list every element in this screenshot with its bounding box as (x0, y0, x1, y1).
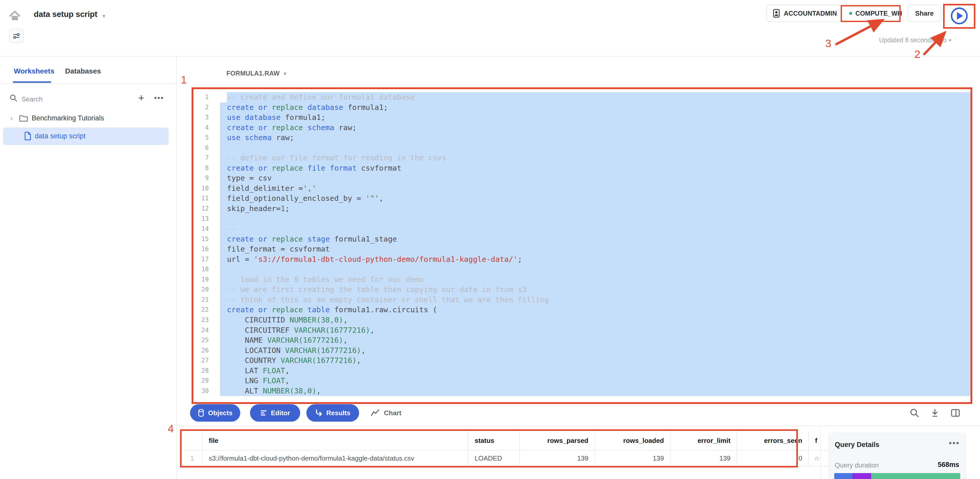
text-lines-icon (260, 409, 267, 417)
tab-databases[interactable]: Databases (65, 67, 101, 75)
code-line-text: -- load in the 8 tables we need for our … (220, 275, 970, 285)
chart-toggle[interactable]: Chart (371, 404, 401, 422)
code-line: 16file_format = csvformat (193, 244, 970, 255)
code-line: 7-- define our file format for reading i… (193, 153, 970, 163)
code-line: 4create or replace schema raw; (193, 123, 970, 133)
column-header (182, 431, 203, 450)
code-line-text: skip_header=1; (220, 204, 970, 214)
line-number: 15 (193, 234, 209, 244)
line-number: 4 (193, 123, 209, 133)
code-line-text: url = 's3://formula1-dbt-cloud-python-de… (220, 255, 970, 264)
code-line: 1-- create and define our formula1 datab… (193, 92, 970, 102)
code-line-text (220, 143, 970, 153)
play-icon (957, 12, 963, 20)
objects-button[interactable]: Objects (190, 404, 240, 422)
code-line: 6 (193, 143, 970, 153)
code-line: 22create or replace table formula1.raw.c… (193, 305, 970, 315)
filter-button[interactable] (9, 29, 24, 43)
table-cell: 139 (671, 450, 737, 466)
context-selector[interactable]: FORMULA1.RAW ▾ (226, 70, 286, 77)
search-results-button[interactable] (909, 407, 920, 419)
line-number: 3 (193, 113, 209, 123)
worksheet-search[interactable]: Search + ••• (0, 92, 177, 108)
sidebar-folder-row[interactable]: › Benchmarking Tutorials (0, 112, 177, 127)
line-number: 25 (193, 335, 209, 345)
share-button[interactable]: Share (908, 5, 941, 22)
code-line: 2create or replace database formula1; (193, 102, 970, 113)
code-line-text: -- (220, 224, 970, 234)
code-line-text: -- think of this as an empty container o… (220, 295, 970, 305)
code-line-text: LNG FLOAT, (220, 376, 970, 386)
line-number: 19 (193, 275, 209, 285)
home-icon[interactable] (9, 10, 21, 22)
results-top-divider (177, 426, 980, 426)
column-header: status (468, 431, 520, 450)
line-number: 28 (193, 366, 209, 376)
split-view-button[interactable] (950, 407, 961, 419)
warehouse-status-dot (849, 12, 852, 15)
line-number: 20 (193, 285, 209, 295)
code-line: 28 LAT FLOAT, (193, 366, 970, 376)
add-worksheet-button[interactable]: + (138, 92, 144, 104)
column-header: errors_seen (737, 431, 809, 450)
warehouse-label: COMPUTE_WH (855, 10, 902, 17)
line-number: 21 (193, 295, 209, 305)
worksheet-file-icon (24, 132, 31, 140)
sql-code-editor[interactable]: 1-- create and define our formula1 datab… (193, 89, 970, 402)
code-line: 19-- load in the 8 tables we need for ou… (193, 275, 970, 285)
role-label: ACCOUNTADMIN (784, 10, 837, 17)
column-header: error_limit (671, 431, 737, 450)
code-line: 29 LNG FLOAT, (193, 376, 970, 386)
sidebar-item-selected-worksheet[interactable]: data setup script (3, 127, 169, 145)
code-line-text: -- create and define our formula1 databa… (220, 92, 970, 102)
warehouse-segment[interactable]: COMPUTE_WH (843, 10, 908, 17)
editor-button[interactable]: Editor (250, 404, 300, 422)
code-line: 10field_delimiter =',' (193, 183, 970, 194)
query-details-more-button[interactable]: ••• (949, 438, 960, 448)
search-input[interactable]: Search (22, 95, 43, 103)
code-line: 14-- (193, 224, 970, 234)
role-segment[interactable]: ACCOUNTADMIN (767, 9, 843, 18)
updated-caret-icon: ▾ (949, 37, 951, 43)
code-line-text: create or replace stage formula1_stage (220, 234, 970, 244)
code-line-text: create or replace table formula1.raw.cir… (220, 305, 970, 315)
table-row[interactable]: 1s3://formula1-dbt-cloud-python-demo/for… (182, 450, 840, 466)
code-line: 3use database formula1; (193, 113, 970, 123)
download-results-button[interactable] (929, 407, 940, 419)
code-line-text: file_format = csvformat (220, 244, 970, 255)
chart-line-icon (371, 409, 380, 417)
query-details-title: Query Details (835, 441, 879, 449)
duration-bar-segment (834, 473, 853, 479)
code-line-text: type = csv (220, 173, 970, 183)
database-icon (198, 409, 204, 417)
code-line: 26 LOCATION VARCHAR(16777216), (193, 345, 970, 356)
table-cell: LOADED (468, 450, 520, 466)
code-line: 15create or replace stage formula1_stage (193, 234, 970, 244)
table-cell: 139 (520, 450, 595, 466)
code-line-text: field_optionally_enclosed_by = '"', (220, 193, 970, 204)
code-line-text (220, 264, 970, 275)
run-button[interactable] (951, 8, 968, 24)
title-caret-icon[interactable]: ▾ (102, 13, 105, 19)
query-details-card: Query Details ••• Query duration 568ms (828, 433, 966, 479)
table-cell: 0 (737, 450, 809, 466)
sidebar-divider (0, 83, 177, 84)
table-header-row: filestatusrows_parsedrows_loadederror_li… (182, 431, 840, 450)
role-warehouse-selector[interactable]: ACCOUNTADMIN COMPUTE_WH (766, 5, 902, 22)
tab-worksheets[interactable]: Worksheets (14, 67, 54, 75)
left-sidebar: Worksheets Databases Search + ••• › Benc… (0, 57, 177, 479)
page-title: data setup script (34, 10, 97, 19)
context-caret-icon: ▾ (284, 70, 286, 76)
column-header: rows_parsed (520, 431, 595, 450)
search-icon (9, 94, 18, 102)
context-selector-label: FORMULA1.RAW (226, 70, 280, 77)
results-button[interactable]: Results (306, 404, 359, 422)
sidebar-more-button[interactable]: ••• (154, 94, 164, 102)
updated-status[interactable]: Updated 8 seconds ago ▾ (879, 37, 966, 44)
code-line-text: COUNTRY VARCHAR(16777216), (220, 355, 970, 366)
code-line-text: CIRCUITREF VARCHAR(16777216), (220, 325, 970, 336)
line-number: 23 (193, 315, 209, 325)
code-line-text: LOCATION VARCHAR(16777216), (220, 345, 970, 356)
duration-bar-segment (871, 473, 960, 479)
chevron-right-icon[interactable]: › (10, 114, 13, 123)
